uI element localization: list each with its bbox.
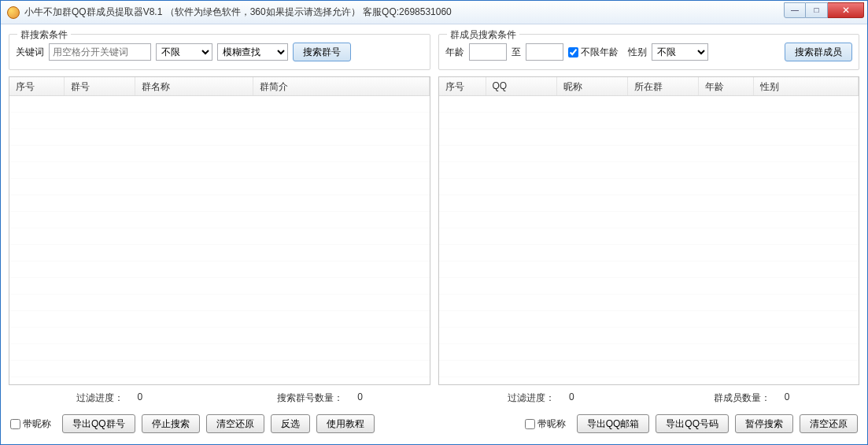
group-count-value: 0 [357,391,363,405]
clear-left-button[interactable]: 清空还原 [206,414,264,433]
right-panel: 群成员搜索条件 年龄 至 不限年龄 性别 不限 搜索群成员 序号 QQ 昵称 [438,29,860,436]
group-search-box: 群搜索条件 关键词 不限 模糊查找 搜索群号 [9,34,430,70]
pause-search-button[interactable]: 暂停搜索 [735,414,793,433]
age-to-input[interactable] [526,43,563,61]
export-qq-button[interactable]: 导出QQ号码 [656,414,729,433]
left-bottom-row: 带昵称 导出QQ群号 停止搜索 清空还原 反选 使用教程 [9,411,430,436]
col-groupname[interactable]: 群名称 [135,77,253,95]
group-table-body[interactable] [9,96,430,384]
col-groupdesc[interactable]: 群简介 [253,77,430,95]
right-nick-checkbox[interactable] [525,419,535,429]
keyword-label: 关键词 [16,46,44,59]
member-table-body[interactable] [439,96,859,384]
gender-label: 性别 [628,46,647,59]
left-panel: 群搜索条件 关键词 不限 模糊查找 搜索群号 序号 群号 群名称 群简介 过滤进… [9,29,430,436]
search-group-button[interactable]: 搜索群号 [293,43,351,61]
titlebar[interactable]: 小牛不加群QQ群成员提取器V8.1 （软件为绿色软件，360如果提示请选择允许）… [1,1,867,24]
mcol-age[interactable]: 年龄 [699,77,754,95]
filter-progress-value: 0 [138,391,143,405]
client-area: 群搜索条件 关键词 不限 模糊查找 搜索群号 序号 群号 群名称 群简介 过滤进… [1,24,867,444]
group-table-header: 序号 群号 群名称 群简介 [9,77,430,96]
age-label: 年龄 [445,46,464,59]
member-count-value: 0 [785,391,790,405]
app-icon [7,6,20,19]
unlimited-age-checkbox[interactable] [568,47,578,57]
left-nick-checkbox[interactable] [10,419,20,429]
member-count-label: 群成员数量： [714,391,770,405]
right-nick-check[interactable]: 带昵称 [525,417,566,431]
window-title: 小牛不加群QQ群成员提取器V8.1 （软件为绿色软件，360如果提示请选择允许）… [24,6,784,19]
age-to-label: 至 [512,46,521,59]
window-controls: ― □ ✕ [784,2,864,18]
app-window: 小牛不加群QQ群成员提取器V8.1 （软件为绿色软件，360如果提示请选择允许）… [0,0,868,445]
mcol-qq[interactable]: QQ [486,77,557,95]
member-search-box: 群成员搜索条件 年龄 至 不限年龄 性别 不限 搜索群成员 [438,34,860,70]
export-mail-button[interactable]: 导出QQ邮箱 [577,414,650,433]
col-groupid[interactable]: 群号 [65,77,135,95]
limit-select[interactable]: 不限 [156,43,212,61]
filter-progress-label: 过滤进度： [76,391,124,405]
keyword-input[interactable] [49,43,151,61]
group-count-label: 搜索群号数量： [277,391,343,405]
member-filter-value: 0 [569,391,574,405]
tutorial-button[interactable]: 使用教程 [316,414,375,433]
member-filter-label: 过滤进度： [508,391,555,405]
mcol-group[interactable]: 所在群 [628,77,699,95]
minimize-button[interactable]: ― [784,2,806,18]
left-status: 过滤进度： 0 搜索群号数量： 0 [9,385,430,411]
mcol-index[interactable]: 序号 [439,77,486,95]
stop-search-button[interactable]: 停止搜索 [142,414,200,433]
age-from-input[interactable] [469,43,507,61]
gender-select[interactable]: 不限 [652,43,708,61]
search-member-button[interactable]: 搜索群成员 [785,43,852,61]
right-bottom-row: 带昵称 导出QQ邮箱 导出QQ号码 暂停搜索 清空还原 [438,411,860,436]
unlimited-age-check[interactable]: 不限年龄 [568,46,619,59]
export-group-button[interactable]: 导出QQ群号 [62,414,135,433]
invert-select-button[interactable]: 反选 [271,414,310,433]
col-index[interactable]: 序号 [9,77,65,95]
match-select[interactable]: 模糊查找 [217,43,288,61]
right-status: 过滤进度： 0 群成员数量： 0 [438,385,860,411]
clear-right-button[interactable]: 清空还原 [800,414,858,433]
member-table[interactable]: 序号 QQ 昵称 所在群 年龄 性别 [438,76,860,385]
close-button[interactable]: ✕ [828,2,864,18]
group-table[interactable]: 序号 群号 群名称 群简介 [9,76,430,385]
mcol-nick[interactable]: 昵称 [557,77,628,95]
group-search-title: 群搜索条件 [17,28,71,42]
member-table-header: 序号 QQ 昵称 所在群 年龄 性别 [439,77,859,96]
mcol-gender[interactable]: 性别 [754,77,859,95]
maximize-button[interactable]: □ [806,2,828,18]
left-nick-check[interactable]: 带昵称 [10,417,51,431]
member-search-title: 群成员搜索条件 [447,28,519,42]
